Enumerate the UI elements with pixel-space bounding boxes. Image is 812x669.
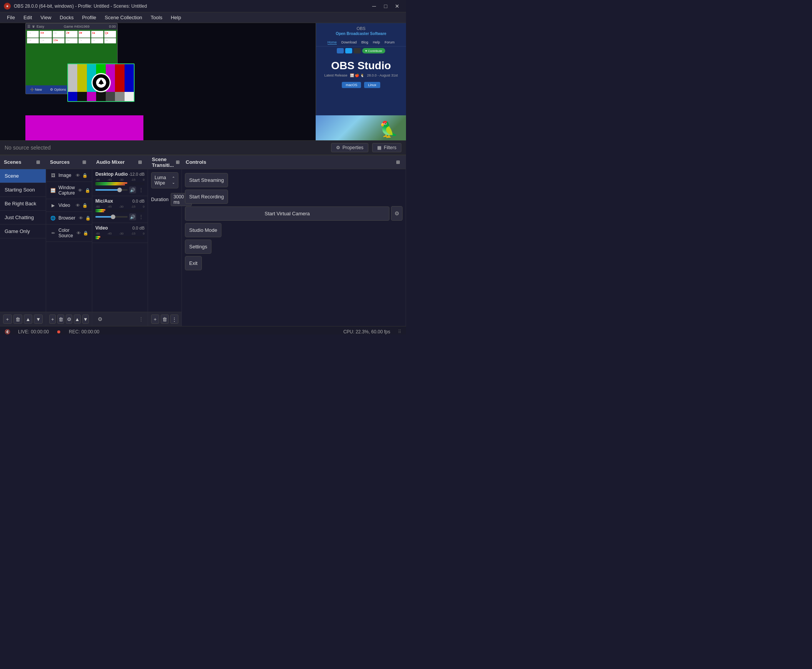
color-bars [67,64,134,102]
source-window-visibility[interactable]: 👁 [77,187,83,193]
color-source-icon: ✏ [50,230,56,236]
browser-source-icon: 🌐 [50,215,56,221]
audio-menu-btn[interactable]: ⋮ [138,316,145,323]
obs-bird-area: 🦜 [316,115,406,140]
sources-add-btn[interactable]: + [49,314,56,324]
desktop-audio-fader[interactable] [95,189,128,191]
scene-item-game-only[interactable]: Game Only [0,225,46,239]
mic-aux-fader[interactable] [95,216,128,218]
obs-dl-buttons: macOS Linux [316,81,406,89]
scene-item-just-chatting[interactable]: Just Chatting [0,211,46,225]
menu-scene-collection[interactable]: Scene Collection [101,13,146,22]
menu-help[interactable]: Help [167,13,185,22]
filters-button[interactable]: ▦ Filters [372,143,402,152]
transitions-add-btn[interactable]: + [151,314,159,324]
transitions-panel-header: Scene Transiti... ⊞ [148,155,182,169]
menu-bar: File Edit View Docks Profile Scene Colle… [0,12,406,23]
obs-site-header: OBS Open Broadcaster Software [316,23,406,39]
menu-view[interactable]: View [37,13,55,22]
scene-item-be-right-back[interactable]: Be Right Back [0,197,46,211]
menu-edit[interactable]: Edit [20,13,36,22]
source-color-visibility[interactable]: 👁 [76,230,81,236]
audio-dock-btn[interactable]: ⊞ [136,158,144,166]
studio-mode-button[interactable]: Studio Mode [185,223,222,237]
linux-btn[interactable]: Linux [364,82,380,88]
macos-btn[interactable]: macOS [342,82,361,88]
audio-channel-desktop: Desktop Audio -12.0 dB -60-45-30-150 🔊 ⋮ [92,169,148,196]
sources-down-btn[interactable]: ▼ [82,314,89,324]
desktop-audio-meter [95,182,145,185]
menu-profile[interactable]: Profile [78,13,100,22]
mic-aux-mute[interactable]: 🔊 [129,213,136,220]
menu-tools[interactable]: Tools [147,13,166,22]
sources-up-btn[interactable]: ▲ [74,314,81,324]
maximize-button[interactable]: □ [381,2,391,10]
source-item-video[interactable]: ▶ Video 👁 🔒 [46,199,92,212]
mic-aux-menu[interactable]: ⋮ [138,213,145,220]
sources-remove-btn[interactable]: 🗑 [57,314,64,324]
desktop-audio-menu[interactable]: ⋮ [138,187,145,193]
close-button[interactable]: ✕ [392,2,402,10]
sources-dock-btn[interactable]: ⊞ [81,158,88,166]
exit-button[interactable]: Exit [185,256,202,270]
sources-settings-btn[interactable]: ⚙ [66,314,72,324]
transitions-remove-btn[interactable]: 🗑 [161,314,169,324]
audio-panel: Audio Mixer ⊞ Desktop Audio -12.0 dB -60… [92,155,148,326]
window-capture-icon: 🪟 [50,187,56,193]
virtual-camera-settings-btn[interactable]: ⚙ [391,206,403,221]
scenes-add-btn[interactable]: + [3,314,12,324]
menu-file[interactable]: File [3,13,19,22]
svg-point-1 [99,81,103,84]
start-streaming-button[interactable]: Start Streaming [185,173,228,187]
obs-website-preview: OBS Open Broadcaster Software HomeDownlo… [316,23,406,117]
scenes-up-btn[interactable]: ▲ [24,314,33,324]
source-item-window-capture[interactable]: 🪟 Window Capture 👁 🔒 [46,182,92,199]
scene-item-scene[interactable]: Scene [0,169,46,183]
minimize-button[interactable]: ─ [369,2,379,10]
controls-dock-btn[interactable]: ⊞ [394,158,402,166]
chevron-icon: ⌃⌄ [172,176,175,185]
settings-button[interactable]: Settings [185,240,212,254]
solitaire-titlebar: ☰ ♛ Easy Game #4041969 0:00 [26,24,117,30]
start-recording-button[interactable]: Start Recording [185,190,228,204]
source-browser-lock[interactable]: 🔒 [85,215,91,221]
audio-panel-footer: ⚙ ⋮ [92,312,148,326]
mic-aux-meter [95,209,145,212]
scenes-down-btn[interactable]: ▼ [34,314,43,324]
source-list: 🖼 Image 👁 🔒 🪟 Window Capture 👁 🔒 ▶ Video [46,169,92,312]
scenes-dock-btn[interactable]: ⊞ [34,158,42,166]
properties-button[interactable]: ⚙ Properties [331,143,369,152]
source-video-visibility[interactable]: 👁 [75,202,81,208]
scene-item-starting-soon[interactable]: Starting Soon [0,183,46,197]
source-image-lock[interactable]: 🔒 [82,172,88,178]
audio-settings-btn[interactable]: ⚙ [95,314,104,324]
source-window-lock[interactable]: 🔒 [84,187,91,193]
desktop-audio-mute[interactable]: 🔊 [129,187,136,193]
transitions-menu-btn[interactable]: ⋮ [170,314,178,324]
properties-icon: ⚙ [336,145,340,150]
menu-docks[interactable]: Docks [56,13,77,22]
source-browser-visibility[interactable]: 👁 [78,215,84,221]
source-image-visibility[interactable]: 👁 [75,172,81,178]
source-video-lock[interactable]: 🔒 [82,202,88,208]
bird-emoji: 🦜 [379,120,398,138]
purple-area [25,115,143,140]
transition-select[interactable]: Luma Wipe ⌃⌄ [151,172,178,188]
controls-panel: Controls ⊞ Start Streaming Start Recordi… [182,155,406,326]
app-icon: ● [4,3,11,10]
scenes-remove-btn[interactable]: 🗑 [13,314,22,324]
obs-logo [91,73,111,92]
audio-panel-header: Audio Mixer ⊞ [92,155,148,169]
rec-status: REC: 00:00:00 [69,329,99,334]
panels-row: Scenes ⊞ Scene Starting Soon Be Right Ba… [0,155,406,326]
start-virtual-camera-button[interactable]: Start Virtual Camera [185,207,390,221]
transitions-panel: Scene Transiti... ⊞ Luma Wipe ⌃⌄ Duratio… [148,155,182,326]
transitions-dock-btn[interactable]: ⊞ [174,158,182,166]
scenes-panel-footer: + 🗑 ▲ ▼ [0,312,46,326]
source-color-lock[interactable]: 🔒 [82,230,89,236]
source-item-browser[interactable]: 🌐 Browser 👁 🔒 [46,212,92,225]
source-item-image[interactable]: 🖼 Image 👁 🔒 [46,169,92,182]
video-meter [95,236,145,239]
resize-handle[interactable]: ⠿ [398,329,402,334]
source-item-color-source[interactable]: ✏ Color Source 👁 🔒 [46,225,92,242]
